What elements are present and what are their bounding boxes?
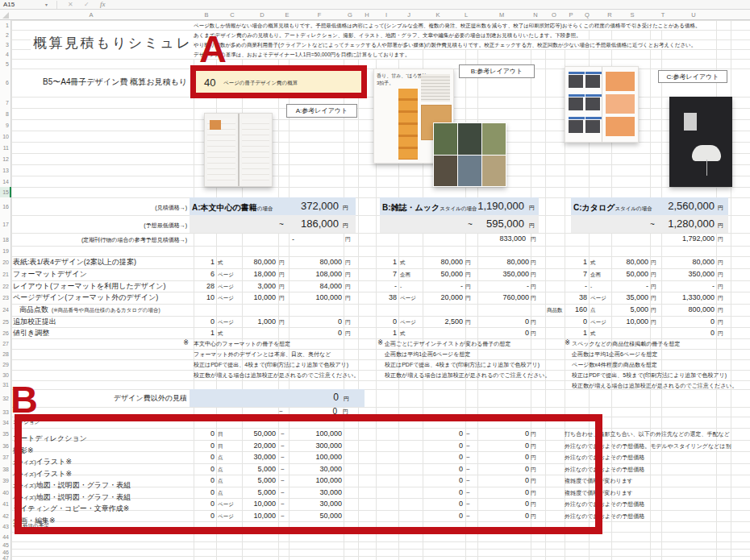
qty-cell[interactable]: 1	[194, 330, 215, 337]
row-header[interactable]: 12	[0, 153, 10, 164]
unit-price-cell[interactable]: 50,000	[615, 271, 648, 278]
qty-cell[interactable]: 0	[194, 466, 215, 473]
row-header[interactable]: 28	[0, 349, 10, 359]
qty-cell[interactable]: 1	[566, 259, 587, 266]
column-header[interactable]: B	[204, 12, 208, 19]
unit-price-cell[interactable]: 50,000	[429, 271, 463, 278]
min-price-cell[interactable]: 30,000	[242, 454, 276, 461]
row-header[interactable]: 43	[0, 521, 10, 532]
unit-price-cell[interactable]: 80,000	[615, 259, 648, 266]
column-header[interactable]: A	[89, 12, 93, 19]
row-header[interactable]: 23	[0, 292, 10, 304]
other-estimate-value[interactable]: 0	[290, 392, 339, 402]
qty-cell[interactable]: 38	[566, 294, 587, 301]
qty-cell[interactable]: 7	[566, 271, 587, 278]
row-header[interactable]: 22	[0, 280, 10, 292]
name-box-caret-icon[interactable]: ▾	[45, 2, 48, 7]
column-header[interactable]: F	[318, 12, 322, 19]
column-header[interactable]: E	[285, 12, 289, 19]
row-header[interactable]: 13	[0, 164, 10, 176]
plan-a-estimate[interactable]: 372,000	[274, 200, 339, 212]
qty-cell[interactable]: 1	[566, 330, 587, 337]
qty-cell[interactable]: -	[376, 283, 397, 290]
row-header[interactable]: 29	[0, 359, 10, 370]
row-header[interactable]: 35	[0, 428, 10, 440]
page-count-input-cell[interactable]: 40 ページの冊子デザイン費の概算	[196, 71, 361, 93]
unit-price-cell[interactable]: 10,000	[242, 294, 276, 301]
row-header[interactable]: 11	[0, 142, 10, 153]
column-header[interactable]: N	[533, 12, 537, 19]
row-header[interactable]: 34	[0, 417, 10, 428]
qty-cell[interactable]: 38	[376, 294, 397, 301]
max-price-cell[interactable]: 100,000	[292, 430, 342, 438]
row-header[interactable]: 40	[0, 487, 10, 498]
plan-a-minimum[interactable]: 186,000	[274, 218, 339, 230]
unit-price-cell[interactable]: 80,000	[429, 259, 463, 266]
row-header[interactable]: 6	[0, 68, 10, 97]
qty-cell[interactable]: -	[566, 283, 587, 290]
select-all-corner[interactable]	[2, 12, 9, 19]
qty-cell[interactable]: 28	[194, 283, 215, 290]
row-header[interactable]: 27	[0, 338, 10, 349]
qty-cell[interactable]: 0	[376, 318, 397, 326]
row-header[interactable]: 15	[0, 187, 10, 197]
unit-price-cell[interactable]: 18,000	[242, 271, 276, 278]
row-header[interactable]: 10	[0, 131, 10, 142]
cell-name-box[interactable]: A15	[3, 2, 15, 8]
row-header[interactable]: 26	[0, 327, 10, 338]
max-price-cell[interactable]: 100,000	[292, 454, 342, 461]
unit-price-cell[interactable]: 1,000	[242, 318, 276, 326]
qty-cell[interactable]: 1	[194, 259, 215, 266]
row-header[interactable]: 31	[0, 380, 10, 389]
column-header[interactable]: T	[661, 12, 665, 19]
plan-b-minimum[interactable]: 595,000	[465, 218, 524, 230]
qty-cell[interactable]: 160	[566, 306, 587, 313]
qty-cell[interactable]: 0	[194, 489, 215, 496]
column-header[interactable]: M	[499, 12, 504, 19]
column-header[interactable]: R	[607, 12, 611, 19]
max-price-cell[interactable]: 50,000	[292, 512, 342, 520]
row-header[interactable]: 14	[0, 176, 10, 187]
row-header[interactable]: 16	[0, 197, 10, 215]
column-header[interactable]: I	[385, 12, 387, 19]
row-header[interactable]: 42	[0, 510, 10, 521]
plan-b-estimate[interactable]: 1,190,000	[465, 200, 524, 212]
qty-cell[interactable]: 0	[194, 442, 215, 450]
row-header[interactable]: 25	[0, 316, 10, 327]
min-price-cell[interactable]: 10,000	[242, 500, 276, 508]
qty-cell[interactable]: 0	[194, 430, 215, 438]
insert-function-icon[interactable]: fx	[100, 1, 106, 8]
row-header[interactable]: 3	[0, 39, 10, 49]
column-header[interactable]: C	[230, 12, 234, 19]
row-header[interactable]: 45	[0, 541, 10, 549]
unit-price-cell[interactable]: 35,000	[615, 294, 648, 301]
plan-c-minimum[interactable]: 1,280,000	[650, 218, 715, 230]
max-price-cell[interactable]: 30,000	[292, 500, 342, 508]
row-header[interactable]: 21	[0, 268, 10, 280]
qty-cell[interactable]: 0	[194, 500, 215, 508]
min-price-cell[interactable]: 10,000	[242, 512, 276, 520]
qty-cell[interactable]: 0	[194, 318, 215, 326]
qty-cell[interactable]: 0	[566, 318, 587, 326]
qty-cell[interactable]: 7	[376, 271, 397, 278]
qty-cell[interactable]: 10	[194, 294, 215, 301]
min-price-cell[interactable]: 5,000	[242, 466, 276, 473]
column-header[interactable]: L	[465, 12, 468, 19]
qty-cell[interactable]: 1	[376, 259, 397, 266]
row-header[interactable]: 17	[0, 215, 10, 233]
row-header[interactable]: 44	[0, 532, 10, 541]
plan-c-estimate[interactable]: 2,560,000	[650, 200, 715, 212]
row-header[interactable]: 24	[0, 304, 10, 316]
unit-price-cell[interactable]: 3,000	[242, 283, 276, 290]
row-header[interactable]: 37	[0, 451, 10, 463]
min-price-cell[interactable]: 5,000	[242, 477, 276, 484]
row-header[interactable]: 18	[0, 233, 10, 246]
column-header[interactable]: O	[552, 12, 556, 19]
unit-price-cell[interactable]: -	[429, 283, 463, 290]
row-header[interactable]: 39	[0, 475, 10, 487]
row-header[interactable]: 32	[0, 389, 10, 407]
qty-cell[interactable]: 6	[194, 271, 215, 278]
column-header[interactable]: D	[260, 12, 264, 19]
unit-price-cell[interactable]: 10,000	[615, 318, 648, 326]
column-header[interactable]: J	[407, 12, 410, 19]
